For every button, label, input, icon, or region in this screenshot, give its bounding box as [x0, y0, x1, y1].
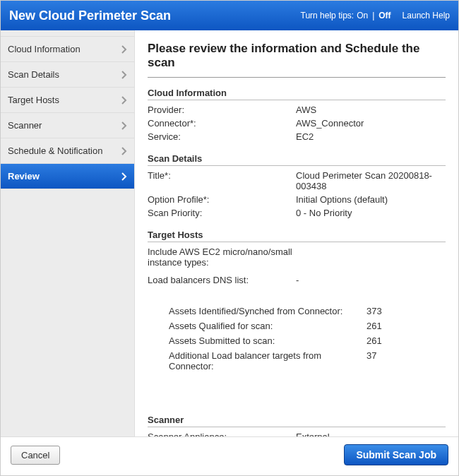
help-tips-off[interactable]: Off — [378, 11, 391, 20]
row-scan-priority: Scan Priority: 0 - No Priority — [148, 206, 446, 220]
chevron-right-icon — [121, 121, 127, 130]
page-title: Please review the information and Schedu… — [148, 42, 446, 78]
value-provider: AWS — [296, 105, 446, 115]
dialog-footer: Cancel Submit Scan Job — [1, 436, 458, 475]
row-provider: Provider: AWS — [148, 103, 446, 117]
label-provider: Provider: — [148, 105, 296, 115]
chevron-right-icon — [121, 172, 127, 181]
label-lb-dns: Load balancers DNS list: — [148, 275, 296, 285]
label-connector: Connector*: — [148, 118, 296, 129]
sidebar-item-target-hosts[interactable]: Target Hosts — [1, 88, 134, 113]
cancel-button[interactable]: Cancel — [11, 446, 60, 465]
section-heading-scanner: Scanner — [148, 415, 446, 427]
help-tips-label: Turn help tips: — [301, 11, 354, 20]
dialog-window: New Cloud Perimeter Scan Turn help tips:… — [0, 0, 459, 476]
sidebar-item-label: Review — [8, 171, 40, 182]
stat-label-qualified: Assets Qualified for scan: — [169, 321, 366, 331]
stat-label-lb-targets: Additional Load balancer targets from Co… — [169, 350, 366, 371]
asset-stats: Assets Identified/Synched from Connector… — [169, 304, 437, 374]
label-option-profile: Option Profile*: — [148, 194, 296, 205]
sidebar-item-scan-details[interactable]: Scan Details — [1, 62, 134, 88]
label-scanner-appliance: Scanner Appliance: — [148, 432, 296, 436]
sidebar-item-scanner[interactable]: Scanner — [1, 113, 134, 138]
label-include-types: Include AWS EC2 micro/nano/small instanc… — [148, 246, 310, 268]
stat-value-submitted: 261 — [366, 335, 409, 346]
dialog-header: New Cloud Perimeter Scan Turn help tips:… — [1, 1, 458, 30]
stat-value-qualified: 261 — [366, 321, 409, 331]
help-tips-on[interactable]: On — [357, 11, 368, 20]
stat-label-submitted: Assets Submitted to scan: — [169, 335, 366, 346]
stat-row-lb-targets: Additional Load balancer targets from Co… — [169, 348, 437, 374]
sidebar-item-cloud-information[interactable]: Cloud Information — [1, 36, 134, 62]
chevron-right-icon — [121, 45, 127, 54]
value-scanner-appliance: External — [296, 432, 446, 436]
dialog-body: Cloud Information Scan Details Target Ho… — [1, 30, 458, 436]
submit-scan-job-button[interactable]: Submit Scan Job — [344, 444, 448, 465]
label-service: Service: — [148, 131, 296, 142]
chevron-right-icon — [121, 147, 127, 155]
label-title: Title*: — [148, 170, 296, 191]
row-title: Title*: Cloud Perimeter Scan 20200818-00… — [148, 169, 446, 193]
value-connector: AWS_Connector — [296, 118, 446, 129]
section-heading-target-hosts: Target Hosts — [148, 230, 446, 242]
value-scan-priority: 0 - No Priority — [296, 208, 446, 218]
value-option-profile: Initial Options (default) — [296, 194, 446, 205]
sidebar-item-label: Cloud Information — [8, 44, 81, 54]
sidebar-item-label: Schedule & Notification — [8, 145, 102, 156]
sidebar-item-label: Scan Details — [8, 69, 59, 80]
stat-value-lb-targets: 37 — [366, 350, 409, 371]
row-lb-dns: Load balancers DNS list: - — [148, 273, 446, 287]
sidebar-item-schedule-notification[interactable]: Schedule & Notification — [1, 138, 134, 164]
section-heading-cloud-info: Cloud Information — [148, 88, 446, 100]
header-help-controls: Turn help tips: On | Off Launch Help — [301, 11, 450, 20]
stat-row-qualified: Assets Qualified for scan: 261 — [169, 319, 437, 333]
wizard-sidebar: Cloud Information Scan Details Target Ho… — [1, 30, 135, 436]
row-option-profile: Option Profile*: Initial Options (defaul… — [148, 193, 446, 206]
review-panel: Please review the information and Schedu… — [135, 30, 458, 436]
value-title: Cloud Perimeter Scan 20200818-003438 — [296, 170, 446, 191]
chevron-right-icon — [121, 71, 127, 79]
help-tips-separator: | — [372, 11, 374, 20]
stat-label-identified: Assets Identified/Synched from Connector… — [169, 306, 366, 316]
value-service: EC2 — [296, 131, 446, 142]
dialog-title: New Cloud Perimeter Scan — [9, 8, 171, 23]
label-scan-priority: Scan Priority: — [148, 208, 296, 218]
stat-row-submitted: Assets Submitted to scan: 261 — [169, 333, 437, 348]
sidebar-item-label: Scanner — [8, 120, 42, 131]
row-service: Service: EC2 — [148, 130, 446, 143]
value-include-types — [310, 246, 446, 268]
row-connector: Connector*: AWS_Connector — [148, 117, 446, 130]
launch-help-link[interactable]: Launch Help — [403, 11, 450, 20]
row-include-types: Include AWS EC2 micro/nano/small instanc… — [148, 245, 446, 269]
sidebar-item-review[interactable]: Review — [1, 164, 134, 189]
sidebar-item-label: Target Hosts — [8, 95, 59, 105]
stat-row-identified: Assets Identified/Synched from Connector… — [169, 304, 437, 319]
chevron-right-icon — [121, 96, 127, 105]
stat-value-identified: 373 — [366, 306, 409, 316]
section-heading-scan-details: Scan Details — [148, 153, 446, 166]
row-scanner-appliance: Scanner Appliance: External — [148, 430, 446, 436]
value-lb-dns: - — [296, 275, 446, 285]
